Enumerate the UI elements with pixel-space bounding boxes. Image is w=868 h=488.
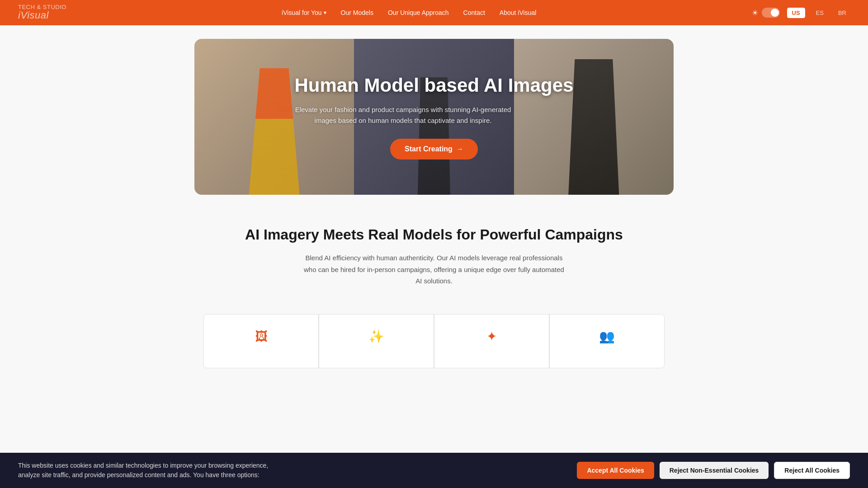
logo-text: iVisual: [18, 10, 66, 21]
dropdown-chevron: ▾: [324, 9, 326, 16]
real-models-icon: 👥: [559, 329, 655, 344]
logo: TECH & STUDIO iVisual: [18, 4, 66, 21]
feature-card-4: 👥: [549, 314, 665, 368]
hero-title: Human Model based AI Images: [295, 74, 574, 97]
nav-about[interactable]: About iVisual: [500, 9, 536, 16]
sun-icon: ☀: [752, 9, 758, 17]
navbar: TECH & STUDIO iVisual iVisual for You ▾ …: [0, 0, 868, 25]
nav-contact[interactable]: Contact: [463, 9, 485, 16]
smart-edit-icon: ✨: [328, 329, 425, 344]
premium-quality-icon: ✦: [443, 329, 540, 344]
nav-links: iVisual for You ▾ Our Models Our Unique …: [282, 9, 536, 16]
section-2-text: Blend AI efficiency with human authentic…: [303, 252, 565, 287]
hero-section: Human Model based AI Images Elevate your…: [194, 39, 674, 195]
feature-cards: 🖼 ✨ ✦ 👥: [194, 314, 674, 368]
lang-es-button[interactable]: ES: [812, 8, 827, 18]
lang-us-button[interactable]: US: [787, 8, 805, 18]
hero-subtitle: Elevate your fashion and product campaig…: [295, 104, 512, 126]
feature-card-2: ✨: [319, 314, 434, 368]
nav-our-models[interactable]: Our Models: [341, 9, 373, 16]
lang-br-button[interactable]: BR: [835, 8, 850, 18]
feature-card-1: 🖼: [203, 314, 319, 368]
section-2-title: AI Imagery Meets Real Models for Powerfu…: [9, 226, 859, 243]
theme-toggle-switch[interactable]: [762, 8, 780, 18]
cta-arrow-icon: →: [456, 145, 463, 153]
theme-toggle: ☀: [752, 8, 780, 18]
start-creating-button[interactable]: Start Creating →: [390, 139, 478, 160]
nav-ivisual-for-you[interactable]: iVisual for You ▾: [282, 9, 326, 16]
section-2: AI Imagery Meets Real Models for Powerfu…: [0, 208, 868, 314]
feature-card-3: ✦: [434, 314, 549, 368]
image-gen-icon: 🖼: [213, 329, 309, 344]
nav-unique-approach[interactable]: Our Unique Approach: [388, 9, 449, 16]
nav-right: ☀ US ES BR: [752, 8, 850, 18]
hero-content: Human Model based AI Images Elevate your…: [286, 65, 583, 168]
